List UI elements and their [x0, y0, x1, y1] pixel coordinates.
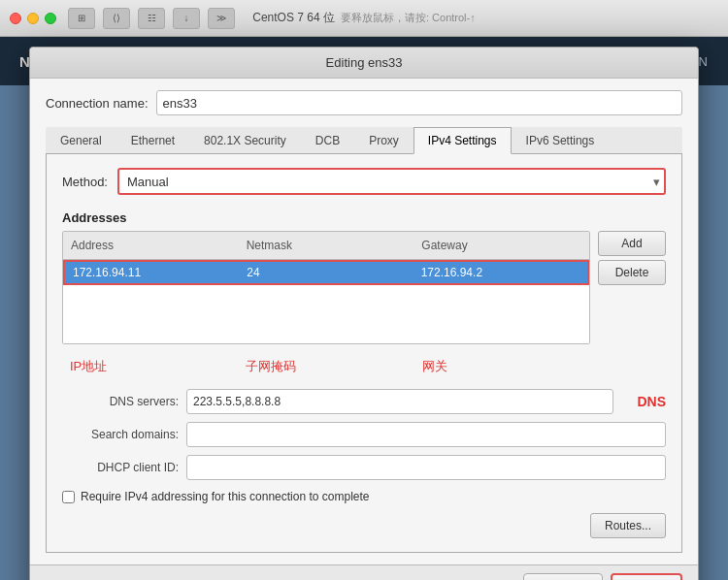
titlebar-icon-4: ↓ — [173, 8, 200, 29]
tab-ipv6[interactable]: IPv6 Settings — [512, 127, 610, 154]
traffic-lights — [10, 13, 56, 24]
add-button[interactable]: Add — [598, 231, 666, 256]
tab-content-ipv4: Method: Manual ▾ Addresses — [46, 154, 682, 553]
addr-buttons: Add Delete — [598, 231, 666, 344]
titlebar-icon-2: ⟨⟩ — [103, 8, 130, 29]
checkbox-row: Require IPv4 addressing for this connect… — [62, 490, 666, 503]
addresses-table: Address Netmask Gateway 172.16.94.11 24 … — [62, 231, 590, 344]
addresses-title: Addresses — [62, 210, 666, 225]
dialog-title: Editing ens33 — [30, 48, 698, 79]
dhcp-input[interactable] — [186, 455, 666, 480]
addr-labels: IP地址 子网掩码 网关 — [62, 356, 666, 377]
search-domains-label: Search domains: — [62, 428, 179, 441]
titlebar-subtitle: 要释放鼠标，请按: Control-↑ — [341, 11, 476, 25]
connection-name-input[interactable] — [156, 90, 682, 115]
connection-name-label: Connection name: — [46, 96, 149, 111]
dhcp-label: DHCP client ID: — [62, 461, 179, 474]
close-button[interactable] — [10, 13, 21, 24]
titlebar-title: CentOS 7 64 位 — [252, 10, 335, 26]
titlebar: ⊞ ⟨⟩ ☷ ↓ ≫ CentOS 7 64 位 要释放鼠标，请按: Contr… — [0, 0, 728, 37]
editing-dialog: Editing ens33 Connection name: General E… — [29, 47, 699, 580]
delete-button[interactable]: Delete — [598, 260, 666, 285]
col-address: Address — [63, 236, 239, 255]
cell-netmask: 24 — [239, 262, 413, 283]
cell-address: 172.16.94.11 — [65, 262, 239, 283]
tab-ipv4[interactable]: IPv4 Settings — [414, 127, 512, 154]
dns-red-label: DNS — [637, 394, 666, 409]
col-netmask: Netmask — [239, 236, 414, 255]
gateway-label: 网关 — [414, 356, 590, 377]
dns-input[interactable] — [186, 389, 613, 414]
search-domains-row: Search domains: — [62, 422, 666, 447]
minimize-button[interactable] — [27, 13, 39, 24]
dns-row: DNS servers: DNS — [62, 389, 666, 414]
titlebar-icon-5: ≫ — [208, 8, 235, 29]
table-row[interactable]: 172.16.94.11 24 172.16.94.2 — [63, 260, 589, 285]
table-header: Address Netmask Gateway — [63, 232, 589, 260]
dialog-overlay: Editing ens33 Connection name: General E… — [0, 37, 728, 580]
dns-label: DNS servers: — [62, 395, 179, 408]
maximize-button[interactable] — [45, 13, 56, 24]
tab-ethernet[interactable]: Ethernet — [116, 127, 189, 154]
netmask-label: 子网掩码 — [238, 356, 414, 377]
dialog-footer: Cancel Save — [30, 564, 698, 580]
tab-dcb[interactable]: DCB — [301, 127, 354, 154]
method-select[interactable]: Manual — [117, 168, 666, 195]
connection-name-row: Connection name: — [46, 90, 682, 115]
routes-button[interactable]: Routes... — [590, 513, 666, 538]
method-select-container: Manual ▾ — [117, 168, 666, 195]
save-button[interactable]: Save — [611, 573, 682, 580]
ip-label: IP地址 — [62, 356, 238, 377]
search-domains-input[interactable] — [186, 422, 666, 447]
routes-btn-container: Routes... — [62, 513, 666, 538]
cancel-button[interactable]: Cancel — [523, 573, 603, 580]
tab-proxy[interactable]: Proxy — [354, 127, 414, 154]
empty-row — [63, 285, 589, 343]
method-row: Method: Manual ▾ — [62, 168, 666, 195]
method-label: Method: — [62, 175, 108, 189]
require-ipv4-checkbox[interactable] — [62, 491, 75, 503]
cell-gateway: 172.16.94.2 — [414, 262, 587, 283]
require-ipv4-label: Require IPv4 addressing for this connect… — [81, 490, 370, 503]
tab-security[interactable]: 802.1X Security — [189, 127, 301, 154]
tab-bar: General Ethernet 802.1X Security DCB Pro… — [46, 127, 682, 154]
dhcp-row: DHCP client ID: — [62, 455, 666, 480]
titlebar-icons: ⊞ ⟨⟩ ☷ ↓ ≫ — [68, 8, 235, 29]
col-gateway: Gateway — [414, 236, 589, 255]
dialog-body: Connection name: General Ethernet 802.1X… — [30, 79, 698, 564]
titlebar-icon-1: ⊞ — [68, 8, 95, 29]
tab-general[interactable]: General — [46, 127, 116, 154]
addresses-container: Address Netmask Gateway 172.16.94.11 24 … — [62, 231, 666, 344]
titlebar-icon-3: ☷ — [138, 8, 165, 29]
titlebar-center: CentOS 7 64 位 要释放鼠标，请按: Control-↑ — [252, 10, 475, 26]
